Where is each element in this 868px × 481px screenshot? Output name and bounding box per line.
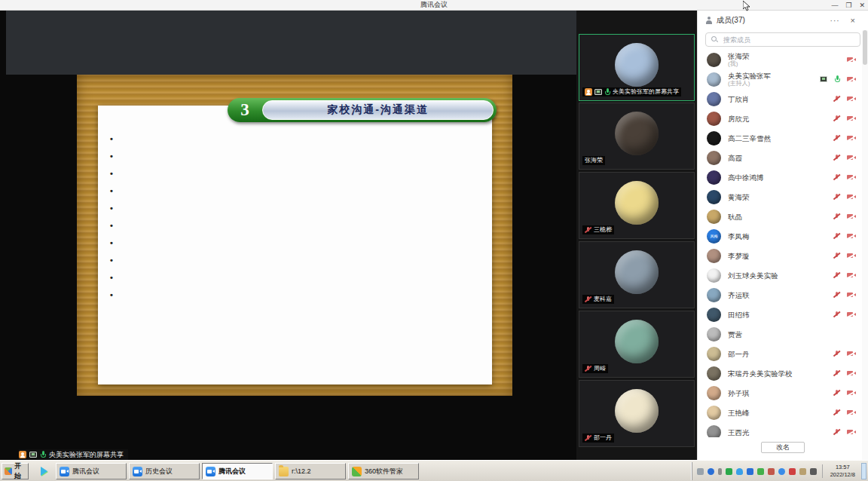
rename-button[interactable]: 改名 <box>761 442 805 453</box>
taskbar-app-button[interactable]: r:\12.2 <box>275 463 346 479</box>
taskbar-app-button[interactable]: 历史会议 <box>129 463 200 479</box>
members-scrollbar[interactable] <box>862 30 868 460</box>
video-tile[interactable]: 张海荣 <box>579 103 695 170</box>
member-row[interactable]: 田绍纬 <box>698 305 862 324</box>
shared-presentation-slide: 3 家校沟通-沟通渠道 <box>77 75 512 396</box>
show-desktop-button[interactable] <box>861 463 866 479</box>
avatar <box>615 181 659 225</box>
video-tile[interactable]: 三桅桦 <box>579 172 695 239</box>
avatar <box>707 112 721 126</box>
member-row[interactable]: 耿晶 <box>698 207 862 226</box>
member-name: 黄海荣 <box>728 193 827 201</box>
member-row[interactable]: 黄海荣 <box>698 187 862 207</box>
member-row[interactable]: 央美实验张军 (主持人) <box>698 69 862 89</box>
camera-off-icon <box>847 174 856 181</box>
slide-section-number: 3 <box>228 100 262 120</box>
tray-icon[interactable] <box>789 468 796 475</box>
mic-muted-icon <box>833 95 840 103</box>
avatar <box>615 43 659 87</box>
members-panel: 成员(37) ··· × 张海荣 (我) <box>697 11 868 460</box>
mic-on-icon <box>834 75 840 83</box>
member-status-icons <box>833 271 856 279</box>
taskbar-app-button[interactable]: 腾讯会议 <box>202 463 273 479</box>
member-row[interactable]: 齐运联 <box>698 285 862 305</box>
more-icon[interactable]: ··· <box>830 17 840 25</box>
avatar <box>707 347 721 361</box>
slide-bullet <box>110 130 491 148</box>
video-tile[interactable]: 麦科嘉 <box>579 241 695 308</box>
member-row[interactable]: 高二三辛雪然 <box>698 128 862 148</box>
member-name-block: 高二三辛雪然 <box>728 134 827 142</box>
member-status-icons <box>833 389 856 397</box>
member-row[interactable]: 王西光 <box>698 422 862 437</box>
participant-name: 周峪 <box>594 364 606 373</box>
camera-off-icon <box>847 96 856 103</box>
tray-icon[interactable] <box>736 468 743 475</box>
member-name: 李梦璇 <box>728 252 827 260</box>
member-row[interactable]: 宋瑞丹央美实验学校 <box>698 363 862 383</box>
avatar: 凤梅 <box>707 229 721 244</box>
clock[interactable]: 13:57 2022/12/8 <box>828 464 857 479</box>
member-row[interactable]: 李梦璇 <box>698 246 862 265</box>
mic-muted-icon <box>585 296 591 303</box>
member-row[interactable]: 王艳峰 <box>698 403 862 422</box>
taskbar-app-button[interactable]: 腾讯会议 <box>56 463 127 479</box>
member-name-block: 宋瑞丹央美实验学校 <box>728 369 827 378</box>
tray-icon[interactable] <box>708 468 714 475</box>
tray-icon[interactable] <box>778 468 785 475</box>
slide-title: 家校沟通-沟通渠道 <box>262 100 494 120</box>
tray-icon[interactable] <box>799 468 806 475</box>
video-tile[interactable]: 周峪 <box>579 311 695 378</box>
quicklaunch-video-icon[interactable] <box>35 463 53 479</box>
member-row[interactable]: 贾营 <box>698 324 862 344</box>
tray-icon[interactable] <box>697 468 704 475</box>
panel-close-icon[interactable]: × <box>851 16 855 25</box>
member-row[interactable]: 孙子琪 <box>698 383 862 403</box>
clock-time: 13:57 <box>836 464 850 470</box>
member-row[interactable]: 丁欣肖 <box>698 89 862 109</box>
scrollbar-thumb[interactable] <box>863 30 867 65</box>
search-input[interactable] <box>722 35 854 44</box>
close-icon[interactable]: ✕ <box>859 0 865 11</box>
member-name-block: 田绍纬 <box>728 311 827 319</box>
tray-icon[interactable] <box>747 468 753 475</box>
member-name: 张海荣 <box>728 52 840 60</box>
search-icon <box>711 36 718 43</box>
slide-bullet <box>110 200 491 217</box>
tray-icon[interactable] <box>726 468 732 475</box>
member-name: 王艳峰 <box>728 409 827 417</box>
mic-muted-icon <box>833 213 840 220</box>
maximize-icon[interactable]: ❐ <box>845 0 851 11</box>
member-row[interactable]: 刘玉球央美实验 <box>698 265 862 285</box>
member-status-icons <box>847 57 856 63</box>
video-tile-label: 麦科嘉 <box>582 295 614 304</box>
avatar <box>707 210 721 224</box>
video-tile[interactable]: 央美实验张军的屏幕共享 <box>579 34 695 101</box>
video-tile-label: 央美实验张军的屏幕共享 <box>582 87 681 97</box>
camera-off-icon <box>847 311 856 318</box>
taskbar-app-button[interactable]: 360软件管家 <box>348 463 419 479</box>
avatar <box>707 53 721 67</box>
avatar <box>707 288 721 302</box>
member-search-box[interactable] <box>705 32 860 47</box>
start-button[interactable]: 开始 <box>2 463 29 479</box>
member-row[interactable]: 房欣元 <box>698 109 862 128</box>
member-row[interactable]: 邵一丹 <box>698 344 862 363</box>
tray-icon[interactable] <box>757 468 764 475</box>
screen-share-icon <box>594 89 602 95</box>
tray-icon[interactable] <box>810 468 817 475</box>
tray-icon[interactable] <box>768 468 775 475</box>
video-thumbnail-column: 央美实验张军的屏幕共享 张海荣 三桅桦 <box>576 11 697 460</box>
member-row[interactable]: 高霞 <box>698 148 862 167</box>
member-row[interactable]: 高中徐鸿博 <box>698 167 862 187</box>
member-row[interactable]: 凤梅 李凤梅 <box>698 226 862 246</box>
app-icon <box>60 467 69 476</box>
minimize-icon[interactable]: — <box>831 0 838 11</box>
member-name-block: 刘玉球央美实验 <box>728 271 827 280</box>
screen: 腾讯会议 — ❐ ✕ 3 家校沟通-沟通渠道 <box>0 0 868 481</box>
app-icon <box>206 467 215 476</box>
tray-icon[interactable] <box>718 468 722 475</box>
participant-name: 三桅桦 <box>594 225 612 234</box>
video-tile[interactable]: 邵一丹 <box>579 380 695 447</box>
member-row[interactable]: 张海荣 (我) <box>698 50 862 69</box>
